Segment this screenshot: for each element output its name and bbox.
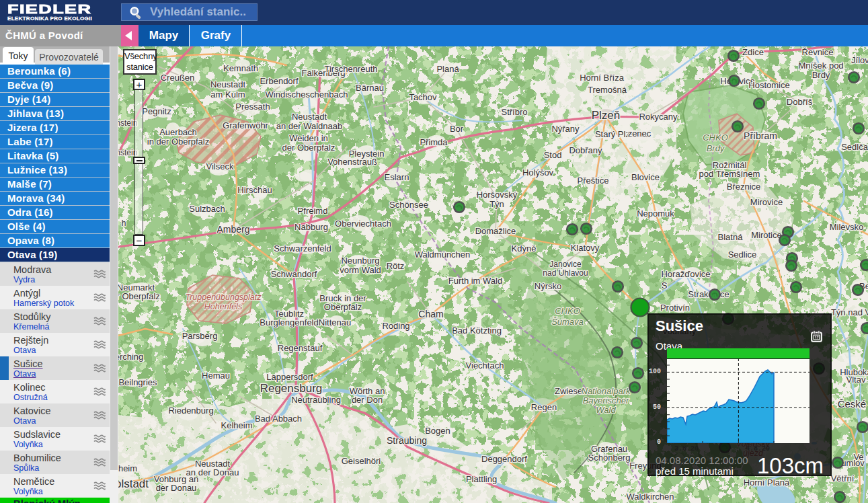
svg-text:Auerbach: Auerbach (159, 127, 197, 137)
svg-text:Dobříš: Dobříš (787, 97, 813, 107)
svg-text:Tirschenreuth: Tirschenreuth (325, 64, 378, 74)
svg-text:Bogen: Bogen (425, 426, 450, 436)
svg-text:an der Waldnaab: an der Waldnaab (276, 121, 343, 131)
svg-text:Janovice: Janovice (549, 260, 582, 269)
svg-text:Furth im Wald: Furth im Wald (448, 276, 502, 286)
svg-text:Pfreimd: Pfreimd (298, 206, 328, 216)
svg-text:Plattling: Plattling (466, 474, 497, 484)
svg-text:der Donau: der Donau (156, 483, 197, 493)
svg-text:der Don: der Don (352, 395, 383, 405)
svg-text:nad Úhlavou: nad Úhlavou (543, 268, 588, 278)
svg-text:Stříbro: Stříbro (501, 107, 527, 117)
svg-text:Grafenwöhr: Grafenwöhr (223, 120, 269, 130)
svg-text:Oberpfalz: Oberpfalz (324, 302, 362, 312)
svg-text:Erbendorf: Erbendorf (260, 76, 298, 86)
svg-text:Roding: Roding (382, 321, 409, 331)
svg-text:Nabburg: Nabburg (294, 222, 328, 232)
svg-text:Jílové: Jílové (851, 55, 868, 65)
svg-text:Zdice: Zdice (742, 47, 764, 57)
svg-text:Waldmünchen: Waldmünchen (415, 249, 471, 260)
svg-text:Hostomice: Hostomice (748, 80, 789, 90)
svg-text:heim: heim (118, 463, 137, 473)
svg-text:Hemau: Hemau (202, 371, 230, 381)
svg-text:Waldkirchen: Waldkirchen (626, 492, 674, 502)
svg-text:S: S (662, 280, 668, 291)
svg-text:Eslarn: Eslarn (385, 172, 409, 182)
svg-text:Bad Kötzting: Bad Kötzting (452, 325, 502, 336)
svg-text:Wald: Wald (596, 405, 616, 415)
svg-text:Protivín: Protivín (660, 303, 690, 313)
svg-text:Týn nad Vl: Týn nad Vl (831, 307, 868, 317)
svg-text:Březnice: Březnice (727, 182, 761, 192)
svg-text:Mníšek pod: Mníšek pod (798, 61, 843, 71)
svg-text:Parsberg: Parsberg (182, 331, 218, 341)
svg-text:Sedlča: Sedlča (841, 142, 868, 152)
svg-text:Řevnice: Řevnice (802, 47, 834, 57)
svg-text:Lappersdorf: Lappersdorf (266, 372, 313, 382)
svg-text:Bad Abbach: Bad Abbach (255, 414, 302, 424)
svg-text:Truppenübungsplatz: Truppenübungsplatz (185, 293, 262, 302)
svg-text:Tremošná: Tremošná (588, 85, 627, 95)
svg-text:Kdyně: Kdyně (512, 243, 537, 254)
svg-text:Domažlice: Domažlice (475, 226, 516, 236)
svg-text:Blovice: Blovice (631, 172, 660, 182)
svg-text:Horní Planá: Horní Planá (744, 477, 790, 488)
svg-text:Milevsko: Milevsko (830, 222, 864, 232)
svg-text:Rötz: Rötz (387, 261, 405, 271)
svg-text:Zwiesel: Zwiesel (555, 386, 584, 396)
svg-text:Deggendorf: Deggendorf (481, 454, 527, 464)
svg-text:in der Oberpfalz: in der Oberpfalz (147, 137, 210, 147)
svg-text:pod Třemšínem: pod Třemšínem (699, 169, 760, 179)
svg-text:vorm Wald: vorm Wald (340, 265, 381, 275)
svg-text:Kemnath: Kemnath (223, 63, 258, 73)
svg-text:zenec: zenec (628, 128, 652, 139)
svg-text:Sedlice: Sedlice (728, 249, 757, 260)
svg-text:Brdy: Brdy (707, 143, 725, 153)
svg-text:Schönberg: Schönberg (588, 453, 631, 463)
svg-text:Schwarzenfeld: Schwarzenfeld (274, 243, 331, 254)
svg-text:Straubing: Straubing (387, 435, 427, 446)
svg-text:Horšovský: Horšovský (477, 190, 518, 200)
svg-text:Nepomuk: Nepomuk (637, 208, 674, 219)
svg-text:Rokycany: Rokycany (639, 112, 678, 122)
svg-text:Schönsee: Schönsee (389, 200, 428, 210)
svg-text:Mirovice: Mirovice (750, 197, 783, 207)
svg-text:Dobřany: Dobřany (569, 145, 602, 155)
svg-text:am Kulm: am Kulm (210, 89, 245, 100)
svg-text:Přimda: Přimda (420, 137, 448, 147)
svg-text:Oberviechtach: Oberviechtach (335, 219, 391, 229)
svg-text:Neustadt: Neustadt (210, 79, 245, 89)
svg-text:Regensburg: Regensburg (260, 382, 323, 395)
svg-text:Schwandorf: Schwandorf (271, 269, 317, 279)
svg-text:Neunburg: Neunburg (341, 256, 379, 266)
svg-text:Nationalpark: Nationalpark (582, 386, 631, 396)
svg-text:Bor: Bor (450, 124, 464, 134)
svg-text:CHKO: CHKO (703, 132, 728, 143)
svg-text:Cham: Cham (418, 309, 443, 319)
svg-text:Geiselhöri: Geiselhöri (342, 456, 381, 466)
svg-text:Klatovy: Klatovy (571, 243, 600, 253)
svg-text:Burglengenfeld: Burglengenfeld (260, 317, 318, 327)
svg-text:Vltav: Vltav (846, 375, 866, 385)
svg-text:der Oberpfalz: der Oberpfalz (282, 143, 336, 153)
svg-text:Nýřany: Nýřany (551, 124, 580, 134)
svg-text:Holýšov: Holýšov (522, 167, 554, 178)
svg-text:Stod: Stod (544, 150, 562, 160)
svg-text:erching: erching (118, 352, 143, 362)
svg-text:Mirotice: Mirotice (751, 230, 782, 240)
svg-text:Brdy: Brdy (812, 70, 830, 80)
svg-text:Přeštice: Přeštice (578, 176, 609, 186)
svg-text:Blatná: Blatná (718, 232, 744, 242)
svg-text:Větřní: Větřní (831, 473, 855, 483)
svg-text:Neustadt: Neustadt (292, 112, 327, 122)
svg-text:Weiden in: Weiden in (289, 133, 328, 143)
svg-text:Hohenfels: Hohenfels (204, 302, 242, 311)
svg-text:Vohenstrauß: Vohenstrauß (327, 157, 377, 167)
svg-text:České B: České B (838, 398, 868, 410)
svg-text:Bayerischer: Bayerischer (583, 395, 629, 405)
svg-text:Beilngries: Beilngries (118, 377, 157, 387)
svg-text:Windischeschenbach: Windischeschenbach (266, 89, 348, 100)
svg-text:er Oberpfalz: er Oberpfalz (118, 291, 160, 301)
svg-text:Neutraubling: Neutraubling (291, 395, 341, 405)
svg-text:Viechtach: Viechtach (466, 360, 504, 371)
